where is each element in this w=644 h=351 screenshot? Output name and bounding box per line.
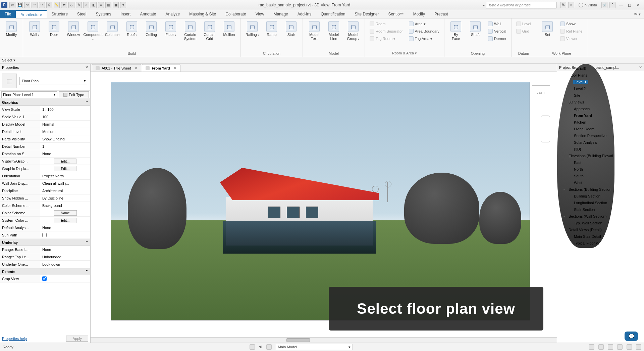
tree-node-sections-building-section[interactable]: −Sections (Building Section xyxy=(558,186,614,193)
undo-icon[interactable]: ↶ xyxy=(32,2,38,8)
menu-tab-precast[interactable]: Precast xyxy=(430,10,453,18)
print-icon[interactable]: ⎙ xyxy=(46,2,52,8)
tool-curtain-system-button[interactable]: ▢CurtainSystem xyxy=(181,20,200,42)
select-links-icon[interactable] xyxy=(589,344,594,350)
view-tab-close-icon[interactable]: ✕ xyxy=(173,66,177,71)
menu-tab-insert[interactable]: Insert xyxy=(116,10,135,18)
prop-value[interactable]: None xyxy=(40,246,90,253)
tool-modify-button[interactable]: ▢Modify xyxy=(2,20,21,38)
browser-close-icon[interactable]: ✕ xyxy=(639,65,642,70)
tree-node-3d-views[interactable]: −3D Views xyxy=(558,99,614,105)
measure-icon[interactable]: 📏 xyxy=(54,2,60,8)
open-icon[interactable]: ▭ xyxy=(9,2,15,8)
tree-twisty-icon[interactable]: − xyxy=(562,228,567,232)
tree-twisty-icon[interactable]: − xyxy=(562,100,567,104)
select-pinned-icon[interactable] xyxy=(608,344,613,350)
tree-twisty-icon[interactable]: − xyxy=(562,215,567,218)
tree-twisty-icon[interactable]: − xyxy=(562,188,567,191)
nav-bar[interactable] xyxy=(541,116,550,142)
tool-component-button[interactable]: ▢Component xyxy=(84,20,102,43)
prop-value-button[interactable]: Name xyxy=(40,209,90,216)
prop-value[interactable]: None xyxy=(40,224,90,231)
prop-section-graphics[interactable]: Graphics⌃ xyxy=(0,99,90,106)
prop-value[interactable]: Look down xyxy=(40,261,90,268)
tool-dormer-button[interactable]: Dormer xyxy=(487,35,508,42)
tool-vertical-button[interactable]: Vertical xyxy=(487,28,508,35)
tree-node-approach[interactable]: Approach xyxy=(558,105,614,112)
tool-wall-button[interactable]: Wall xyxy=(487,20,508,27)
instance-combo[interactable]: Floor Plan: Level 1▾ xyxy=(1,91,57,98)
tool-ramp-button[interactable]: ▢Ramp xyxy=(262,20,281,38)
save-icon[interactable]: 💾 xyxy=(17,2,23,8)
prop-value[interactable]: Project North xyxy=(40,172,90,179)
tool-mullion-button[interactable]: ▢Mullion xyxy=(220,20,238,38)
tool-ceiling-button[interactable]: ▢Ceiling xyxy=(142,20,161,38)
prop-value[interactable]: Background xyxy=(40,202,90,209)
select-underlay-icon[interactable] xyxy=(598,344,604,350)
collapse-icon[interactable]: ⌃ xyxy=(85,269,88,274)
menu-tab-sentio-[interactable]: Sentio™ xyxy=(384,10,409,18)
tree-twisty-icon[interactable]: − xyxy=(562,74,567,77)
menu-tab-annotate[interactable]: Annotate xyxy=(135,10,161,18)
close-button[interactable]: ✕ xyxy=(635,2,641,8)
menu-tab-steel[interactable]: Steel xyxy=(72,10,91,18)
tree-node-kitchen[interactable]: Kitchen xyxy=(558,119,614,126)
search-input[interactable]: Type a keyword or phrase xyxy=(486,2,556,8)
view-tab-a001-title-sheet[interactable]: A001 - Title Sheet✕ xyxy=(92,64,141,72)
chat-bubble-icon[interactable]: 💬 xyxy=(625,332,638,341)
tool-shaft-button[interactable]: ▢Shaft xyxy=(466,20,485,38)
tree-node-level-2[interactable]: Level 2 xyxy=(558,85,614,92)
tool-tag-area--button[interactable]: Tag Area ▾ xyxy=(408,35,441,42)
menu-tab-architecture[interactable]: Architecture xyxy=(16,10,47,18)
workset-icon[interactable] xyxy=(250,344,255,350)
tree-node-longitudinal-section[interactable]: Longitudinal Section xyxy=(558,200,614,206)
tool-stair-button[interactable]: ▢Stair xyxy=(282,20,301,38)
close-hidden-icon[interactable]: ▦ xyxy=(105,2,111,8)
tree-node-section-perspective[interactable]: Section Perspective xyxy=(558,132,614,139)
tool-area--button[interactable]: Area ▾ xyxy=(408,20,441,27)
menu-tab-collaborate[interactable]: Collaborate xyxy=(221,10,251,18)
dimension-icon[interactable]: ⇄ xyxy=(61,2,67,8)
prop-value[interactable]: Medium xyxy=(40,128,90,135)
tree-node-level-1[interactable]: Level 1 xyxy=(558,79,614,85)
prop-value[interactable]: Clean all wall j... xyxy=(40,180,90,187)
tree-twisty-icon[interactable]: − xyxy=(562,154,567,158)
tool-model-group-button[interactable]: ▢ModelGroup xyxy=(344,20,363,42)
tool-model-text-button[interactable]: ▢ModelText xyxy=(305,20,324,42)
menu-tab-file[interactable]: File xyxy=(0,10,16,18)
prop-value-button[interactable]: Edit... xyxy=(40,165,90,172)
tree-node-typical-floor-wall-conn[interactable]: Typical Floor Wall Conn xyxy=(558,240,614,247)
tree-node-north[interactable]: North xyxy=(558,166,614,173)
sign-in-icon[interactable]: ☆ xyxy=(568,2,574,8)
tree-node-site[interactable]: Site xyxy=(558,92,614,99)
3d-icon[interactable]: ⌂ xyxy=(83,2,89,8)
tool-roof-button[interactable]: ▢Roof xyxy=(122,20,141,38)
prop-value[interactable]: By Discipline xyxy=(40,194,90,202)
menu-tab-quantification[interactable]: Quantification xyxy=(316,10,350,18)
tree-node-typ-wall-section[interactable]: Typ. Wall Section xyxy=(558,220,614,226)
tree-node-main-stair-detail[interactable]: Main Stair Detail xyxy=(558,233,614,240)
properties-close-icon[interactable]: ✕ xyxy=(85,65,88,70)
prop-value[interactable]: 100 xyxy=(40,113,90,120)
edit-type-button[interactable]: Edit Type xyxy=(59,91,89,98)
apply-button[interactable]: Apply xyxy=(66,336,88,342)
prop-value-checkbox[interactable] xyxy=(40,231,90,238)
tree-node-solar-analysis[interactable]: Solar Analysis xyxy=(558,139,614,146)
menu-tab-manage[interactable]: Manage xyxy=(269,10,292,18)
minimize-button[interactable]: — xyxy=(618,2,624,8)
design-options-icon[interactable] xyxy=(266,344,272,350)
exchange-icon[interactable]: 🛒 xyxy=(601,2,607,8)
prop-value-checkbox[interactable] xyxy=(40,275,90,282)
view-tab-from-yard[interactable]: From Yard✕ xyxy=(142,64,180,72)
tool-show-button[interactable]: Show xyxy=(559,20,584,27)
tree-node-detail-views-detail-[interactable]: −Detail Views (Detail) xyxy=(558,226,614,233)
filter-icon[interactable] xyxy=(636,344,641,350)
type-combo[interactable]: Floor Plan▾ xyxy=(19,77,88,85)
menu-tab-site-designer[interactable]: Site Designer xyxy=(350,10,384,18)
tree-node--3d-[interactable]: {3D} xyxy=(558,146,614,152)
tool-wall-button[interactable]: ▢Wall xyxy=(25,20,44,38)
menu-tab-massing-site[interactable]: Massing & Site xyxy=(184,10,221,18)
tree-node-east[interactable]: East xyxy=(558,159,614,166)
switch-windows-icon[interactable]: ▣ xyxy=(113,2,119,8)
tool-window-button[interactable]: ▢Window xyxy=(64,20,83,38)
